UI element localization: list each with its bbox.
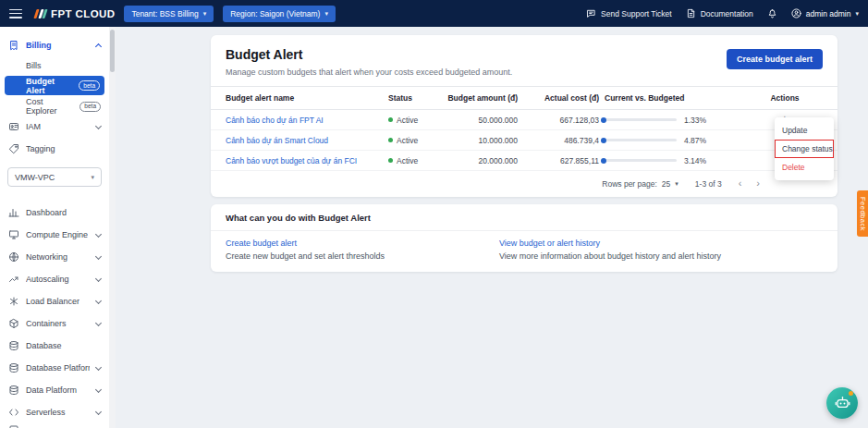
- beta-badge: beta: [79, 80, 100, 91]
- sidebar-scrollbar[interactable]: [109, 27, 116, 428]
- sidebar-item-label: Serverless: [26, 408, 66, 417]
- assistant-fab-button[interactable]: [826, 387, 858, 419]
- beta-badge: beta: [79, 102, 101, 112]
- sidebar-item-label: Dashboard: [26, 208, 67, 217]
- budget-progress: 4.87%: [605, 136, 732, 145]
- vpc-selected-value: VMW-VPC: [15, 173, 55, 182]
- data-platform-icon: [8, 385, 19, 396]
- sidebar-item-label: Cost Explorer: [26, 97, 76, 116]
- chevron-down-icon: [95, 319, 102, 325]
- container-box-icon: [8, 318, 19, 329]
- rows-per-page-value: 25: [662, 179, 670, 189]
- chevron-down-icon: [95, 408, 102, 414]
- sidebar-item-data-platform[interactable]: Data Platform: [0, 379, 109, 401]
- previous-page-button[interactable]: ‹: [739, 178, 742, 189]
- pagination: Rows per page: 25 ▾ 1-3 of 3 ‹ ›: [211, 171, 837, 197]
- sidebar-item-budget-alert[interactable]: Budget Alert beta: [5, 76, 104, 95]
- budget-alert-name-link[interactable]: Cảnh báo vượt budget của dự án FCI: [226, 156, 357, 165]
- page-title: Budget Alert: [226, 47, 512, 62]
- sidebar-item-label: Database Platform: [26, 363, 90, 373]
- sidebar-item-label: Budget Alert: [26, 77, 75, 95]
- next-page-button[interactable]: ›: [756, 178, 760, 189]
- tenant-selector[interactable]: Tenant: BSS Billing ▾: [124, 6, 214, 22]
- chevron-down-icon: [95, 363, 102, 370]
- feedback-tab[interactable]: Feedback: [857, 190, 868, 237]
- column-header: Actions: [736, 87, 837, 110]
- row-context-menu: Update Change status Delete: [775, 117, 834, 180]
- progress-percent: 1.33%: [684, 116, 706, 125]
- table-header-row: Budget alert name Status Budget amount (…: [211, 87, 837, 110]
- documentation-link[interactable]: Documentation: [686, 8, 753, 18]
- region-selector[interactable]: Region: Saigon (Vietnam) ▾: [223, 6, 336, 22]
- chevron-down-icon: [95, 275, 102, 281]
- progress-track: [605, 118, 677, 121]
- view-history-link[interactable]: View budget or alert history: [499, 238, 721, 248]
- support-ticket-link[interactable]: Send Support Ticket: [586, 8, 672, 18]
- menu-icon[interactable]: [9, 9, 22, 18]
- sidebar-item-autoscaling[interactable]: Autoscaling: [0, 268, 109, 290]
- notifications-bell-icon[interactable]: [767, 8, 777, 18]
- budget-alert-table: Budget alert name Status Budget amount (…: [211, 86, 837, 171]
- region-label: Region: Saigon (Vietnam): [230, 9, 320, 18]
- sidebar-item-tagging[interactable]: Tagging: [0, 138, 109, 160]
- sidebar-item-iam[interactable]: IAM: [0, 116, 109, 138]
- sidebar-item-dashboard[interactable]: Dashboard: [0, 202, 109, 224]
- progress-track: [605, 159, 677, 162]
- sidebar-item-label: Database: [26, 341, 62, 350]
- create-budget-alert-button[interactable]: Create budget alert: [727, 49, 823, 69]
- sidebar: Billing Bills Budget Alert beta Cost Exp…: [0, 27, 109, 428]
- rows-per-page-selector[interactable]: Rows per page: 25 ▾: [602, 179, 679, 189]
- sidebar-item-label: Autoscaling: [26, 275, 69, 284]
- column-header: Actual cost (đ): [523, 87, 605, 110]
- create-budget-alert-link[interactable]: Create budget alert: [226, 238, 499, 248]
- sidebar-item-containers[interactable]: Containers: [0, 312, 109, 335]
- actual-cost: 486.739,4: [523, 130, 605, 151]
- sidebar-item-label: Data Platform: [26, 385, 77, 395]
- sidebar-item-label: Billing: [26, 41, 52, 50]
- sidebar-item-database-platform[interactable]: Database Platform: [0, 357, 109, 379]
- budget-progress: 3.14%: [605, 156, 732, 165]
- column-header: Budget alert name: [211, 87, 388, 110]
- budget-alert-name-link[interactable]: Cảnh báo cho dự án FPT AI: [226, 116, 324, 125]
- budget-alert-name-link[interactable]: Cảnh báo dự án Smart Cloud: [226, 136, 328, 145]
- brand-text: FPT CLOUD: [51, 8, 115, 19]
- database-platform-icon: [8, 362, 19, 373]
- context-menu-update[interactable]: Update: [775, 121, 834, 140]
- sidebar-item-bills[interactable]: Bills: [0, 56, 109, 75]
- sidebar-item-label: Tagging: [26, 144, 55, 153]
- sidebar-item-networking[interactable]: Networking: [0, 246, 109, 268]
- info-card-body: Create budget alert Create new budget an…: [211, 231, 837, 272]
- serverless-code-icon: [8, 407, 19, 418]
- support-chat-icon: [586, 8, 596, 18]
- chevron-down-icon: ▾: [324, 10, 328, 17]
- chevron-down-icon: ▾: [855, 10, 859, 17]
- status-text: Active: [397, 156, 418, 165]
- sidebar-item-load-balancer[interactable]: Load Balancer: [0, 290, 109, 312]
- context-menu-change-status[interactable]: Change status: [775, 140, 834, 158]
- support-ticket-label: Send Support Ticket: [601, 9, 672, 18]
- topbar-right: Send Support Ticket Documentation admin …: [586, 8, 859, 18]
- sidebar-item-cost-explorer[interactable]: Cost Explorer beta: [0, 97, 109, 116]
- user-name: admin admin: [806, 9, 851, 18]
- column-header: Current vs. Budgeted: [605, 87, 736, 110]
- table-row: Cảnh báo vượt budget của dự án FCI Activ…: [211, 151, 837, 171]
- context-menu-delete[interactable]: Delete: [775, 158, 834, 177]
- documentation-label: Documentation: [701, 9, 753, 18]
- sidebar-item-billing[interactable]: Billing: [0, 34, 109, 56]
- chevron-down-icon: [95, 230, 102, 237]
- user-menu[interactable]: admin admin ▾: [791, 8, 859, 18]
- sidebar-item-label: Networking: [26, 252, 67, 262]
- sidebar-item-database[interactable]: Database: [0, 335, 109, 357]
- sidebar-item-compute-engine[interactable]: Compute Engine: [0, 224, 109, 246]
- tag-icon: [8, 143, 19, 154]
- vpc-selector[interactable]: VMW-VPC ▾: [7, 167, 102, 187]
- billing-icon: [8, 40, 19, 51]
- sidebar-item-partial[interactable]: [0, 419, 109, 428]
- actual-cost: 667.128,03: [523, 110, 605, 130]
- page-subtitle: Manage custom budgets that alert when yo…: [226, 67, 512, 77]
- info-card: What can you do with Budget Alert Create…: [211, 204, 837, 272]
- scrollbar-thumb[interactable]: [110, 30, 115, 72]
- progress-track: [605, 139, 677, 141]
- budget-amount: 20.000.000: [444, 151, 523, 171]
- brand-logo[interactable]: FPT CLOUD: [35, 8, 115, 19]
